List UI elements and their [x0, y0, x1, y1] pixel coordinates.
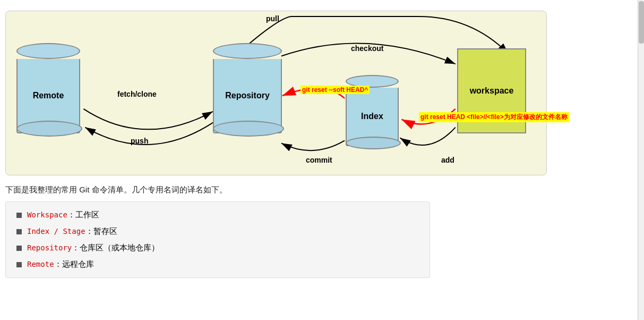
- intro-text: 下面是我整理的常用 Git 命令清单。几个专用名词的译名如下。: [5, 185, 639, 195]
- scrollbar-thumb[interactable]: [639, 1, 644, 44]
- glossary-term-index: Index / Stage：暂存区: [27, 226, 117, 237]
- git-diagram: pull Remote Repository Index: [5, 11, 547, 175]
- glossary-item-workspace: Workspace：工作区: [16, 210, 419, 220]
- scrollbar[interactable]: [638, 0, 644, 320]
- push-label: push: [131, 137, 148, 145]
- repository-cylinder: Repository: [213, 43, 282, 133]
- pull-label: pull: [266, 14, 279, 23]
- bullet-workspace: [16, 213, 22, 218]
- bullet-repository: [16, 246, 22, 251]
- annotation-reset-head: git reset HEAD <file>//<file>为对应修改的文件名称: [419, 112, 569, 122]
- code-repository: Repository: [27, 243, 72, 252]
- glossary-term-workspace: Workspace：工作区: [27, 210, 99, 220]
- index-label: Index: [347, 112, 398, 121]
- checkout-label: checkout: [351, 44, 383, 53]
- remote-cylinder: Remote: [16, 43, 80, 133]
- fetch-clone-label: fetch/clone: [117, 90, 157, 98]
- annotation-reset-soft: git reset --soft HEAD^: [300, 86, 370, 94]
- glossary-item-index: Index / Stage：暂存区: [16, 226, 419, 237]
- glossary-term-remote: Remote：远程仓库: [27, 259, 94, 270]
- workspace-label: workspace: [470, 86, 514, 96]
- glossary-item-repository: Repository：仓库区（或本地仓库）: [16, 243, 419, 253]
- repository-label: Repository: [214, 91, 281, 100]
- bullet-remote: [16, 262, 22, 267]
- code-index: Index / Stage: [27, 227, 85, 235]
- glossary-term-repository: Repository：仓库区（或本地仓库）: [27, 243, 159, 253]
- code-remote: Remote: [27, 260, 54, 268]
- add-label: add: [441, 156, 454, 164]
- glossary-box: Workspace：工作区 Index / Stage：暂存区 Reposito…: [5, 201, 430, 278]
- commit-label: commit: [306, 156, 332, 164]
- page-container: pull Remote Repository Index: [0, 0, 644, 289]
- remote-label: Remote: [18, 91, 79, 100]
- code-workspace: Workspace: [27, 210, 67, 219]
- glossary-item-remote: Remote：远程仓库: [16, 259, 419, 270]
- bullet-index: [16, 229, 22, 234]
